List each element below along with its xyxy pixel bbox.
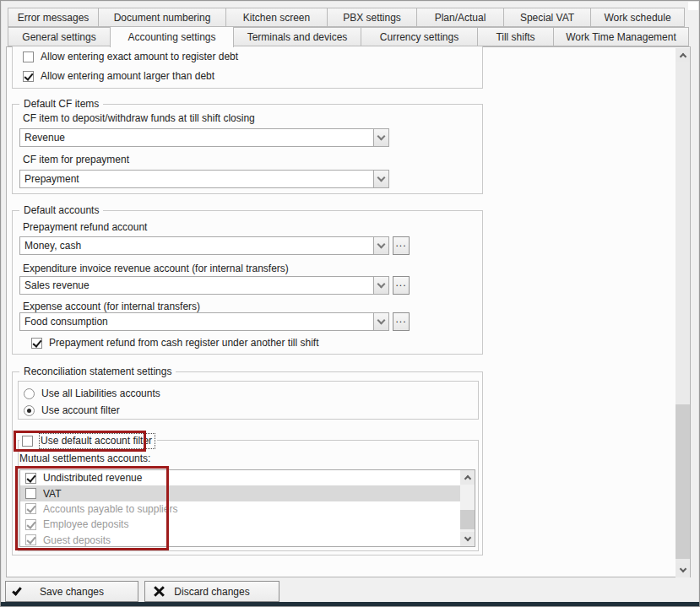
tab-label: Till shifts bbox=[496, 31, 534, 43]
list-scrollbar-thumb[interactable] bbox=[460, 510, 475, 529]
checkbox-box[interactable] bbox=[25, 488, 36, 499]
debt-flags-group: Allow entering exact amount to register … bbox=[12, 46, 483, 89]
tab-special-vat[interactable]: Special VAT bbox=[503, 8, 591, 27]
tab-general-settings[interactable]: General settings bbox=[8, 27, 111, 46]
account-row-employee-deposits: Employee deposits bbox=[20, 517, 460, 532]
radio-use-all-liabilities[interactable]: Use all Liabilities accounts bbox=[24, 387, 160, 400]
radio-button[interactable] bbox=[24, 405, 35, 416]
tab-label: Special VAT bbox=[520, 12, 574, 24]
tab-label: Terminals and devices bbox=[247, 31, 348, 43]
checkbox-amount-larger-than-debt[interactable]: Allow entering amount larger than debt bbox=[23, 69, 214, 83]
tab-work-schedule[interactable]: Work schedule bbox=[590, 8, 685, 27]
button-label: Save changes bbox=[40, 586, 104, 598]
browse-button[interactable]: ... bbox=[393, 276, 410, 295]
field-label: Prepayment refund account bbox=[23, 221, 147, 233]
checkbox-box[interactable] bbox=[23, 71, 34, 82]
account-label: Accounts payable to suppliers bbox=[43, 503, 177, 515]
account-label: VAT bbox=[43, 488, 62, 500]
settings-scroll-area: Allow entering exact amount to register … bbox=[6, 46, 691, 577]
checkbox-box[interactable] bbox=[22, 436, 33, 447]
main-scrollbar-thumb[interactable] bbox=[676, 404, 690, 559]
chevron-down-icon[interactable] bbox=[373, 237, 388, 254]
reconciliation-settings-group: Reconciliation statement settings Use al… bbox=[12, 371, 483, 556]
combo-value: Prepayment bbox=[20, 171, 373, 187]
expenditure-invoice-revenue-combo[interactable]: Sales revenue bbox=[19, 276, 389, 295]
tab-label: General settings bbox=[22, 31, 95, 43]
account-row-undistributed-revenue[interactable]: Undistributed revenue bbox=[20, 470, 460, 485]
radio-use-account-filter[interactable]: Use account filter bbox=[24, 404, 120, 417]
mutual-settlements-accounts-list: Undistributed revenue VAT Accounts payab… bbox=[19, 469, 475, 547]
field-label: CF item for prepayment bbox=[23, 154, 129, 165]
chevron-down-icon[interactable] bbox=[373, 129, 388, 146]
tab-document-numbering[interactable]: Document numbering bbox=[98, 8, 226, 27]
tab-terminals-and-devices[interactable]: Terminals and devices bbox=[233, 27, 361, 46]
checkbox-exact-amount-debt[interactable]: Allow entering exact amount to register … bbox=[23, 50, 238, 63]
tab-currency-settings[interactable]: Currency settings bbox=[361, 27, 478, 46]
tab-error-messages[interactable]: Error messages bbox=[8, 8, 99, 27]
checkbox-box[interactable] bbox=[25, 473, 36, 484]
cf-item-prepayment-combo[interactable]: Prepayment bbox=[19, 170, 389, 188]
checkbox-box[interactable] bbox=[31, 338, 42, 349]
account-label: Undistributed revenue bbox=[43, 472, 142, 484]
combo-value: Revenue bbox=[20, 129, 373, 146]
radio-button[interactable] bbox=[24, 388, 35, 399]
tab-pbx-settings[interactable]: PBX settings bbox=[327, 8, 417, 27]
group-title: Reconciliation statement settings bbox=[19, 366, 176, 377]
tab-row-bottom: General settings Accounting settings Ter… bbox=[8, 27, 689, 47]
tab-plan-actual[interactable]: Plan/Actual bbox=[416, 8, 504, 27]
account-row-vat[interactable]: VAT bbox=[20, 485, 460, 501]
tab-kitchen-screen[interactable]: Kitchen screen bbox=[225, 8, 328, 27]
tab-label: Accounting settings bbox=[128, 31, 215, 43]
list-scrollbar[interactable] bbox=[460, 470, 475, 546]
checkbox-box bbox=[25, 519, 36, 530]
scroll-down-icon[interactable] bbox=[676, 563, 690, 577]
tab-till-shifts[interactable]: Till shifts bbox=[477, 27, 554, 46]
radio-label: Use all Liabilities accounts bbox=[41, 388, 160, 399]
combo-value: Money, cash bbox=[20, 237, 373, 254]
tab-label: Currency settings bbox=[380, 31, 459, 43]
chevron-down-icon[interactable] bbox=[373, 313, 388, 330]
scroll-up-icon[interactable] bbox=[460, 470, 475, 485]
tab-row-top: Error messages Document numbering Kitche… bbox=[8, 8, 685, 27]
checkbox-prepayment-refund-another-till-shift[interactable]: Prepayment refund from cash register und… bbox=[31, 336, 319, 350]
discard-changes-button[interactable]: Discard changes bbox=[144, 581, 279, 602]
checkbox-use-default-account-filter[interactable]: Use default account filter bbox=[19, 434, 157, 447]
combo-value: Sales revenue bbox=[20, 277, 373, 294]
group-title: Default accounts bbox=[19, 204, 103, 216]
tab-label: Work Time Management bbox=[566, 31, 676, 43]
mutual-settlements-label: Mutual settlements accounts: bbox=[19, 453, 154, 464]
tab-work-time-management[interactable]: Work Time Management bbox=[553, 27, 689, 46]
checkbox-label: Prepayment refund from cash register und… bbox=[49, 337, 319, 349]
default-cf-items-group: Default CF items CF item to deposit/with… bbox=[12, 104, 483, 194]
main-scrollbar[interactable] bbox=[676, 48, 690, 577]
scroll-down-icon[interactable] bbox=[460, 532, 475, 546]
window-corner-artifact bbox=[688, 2, 698, 10]
checkbox-label: Use default account filter bbox=[40, 434, 155, 448]
checkbox-label: Allow entering amount larger than debt bbox=[41, 70, 214, 82]
account-label: Guest deposits bbox=[43, 534, 111, 546]
browse-button[interactable]: ... bbox=[393, 236, 410, 255]
combo-value: Food consumption bbox=[20, 313, 373, 330]
checkbox-box[interactable] bbox=[23, 51, 34, 62]
tab-accounting-settings[interactable]: Accounting settings bbox=[110, 26, 234, 47]
chevron-down-icon[interactable] bbox=[373, 171, 388, 187]
tab-label: Kitchen screen bbox=[243, 12, 310, 24]
button-label: Discard changes bbox=[174, 586, 249, 598]
group-title: Default CF items bbox=[19, 98, 103, 110]
chevron-down-icon[interactable] bbox=[373, 277, 388, 294]
tab-label: Work schedule bbox=[604, 12, 670, 24]
x-icon bbox=[154, 582, 165, 601]
tab-label: Document numbering bbox=[114, 12, 211, 24]
cf-item-till-closing-combo[interactable]: Revenue bbox=[19, 128, 389, 147]
expense-account-combo[interactable]: Food consumption bbox=[19, 312, 389, 331]
scroll-up-icon[interactable] bbox=[676, 48, 690, 62]
browse-button[interactable]: ... bbox=[393, 312, 410, 331]
accounting-settings-window: Error messages Document numbering Kitche… bbox=[0, 0, 700, 607]
tab-label: Error messages bbox=[18, 12, 90, 24]
radio-label: Use account filter bbox=[41, 404, 120, 416]
prepayment-refund-account-combo[interactable]: Money, cash bbox=[19, 236, 389, 255]
save-changes-button[interactable]: Save changes bbox=[5, 581, 138, 602]
checkbox-label: Allow entering exact amount to register … bbox=[41, 51, 238, 62]
checkbox-box bbox=[25, 534, 36, 545]
check-icon bbox=[14, 582, 19, 601]
